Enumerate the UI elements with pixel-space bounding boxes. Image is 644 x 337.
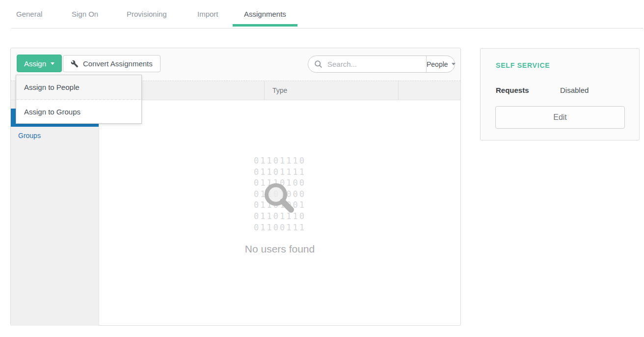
assign-dropdown-menu: Assign to People Assign to Groups xyxy=(16,75,142,124)
search-field-wrap xyxy=(308,56,426,72)
assignments-side-nav: Groups xyxy=(11,100,99,326)
sidebar-item-groups[interactable]: Groups xyxy=(11,127,99,145)
assignments-content: Groups 01101110 01101111 01110100 011010… xyxy=(11,100,460,326)
tab-general[interactable]: General xyxy=(16,10,42,18)
column-header-type[interactable]: Type xyxy=(264,81,398,100)
requests-row: Requests Disabled xyxy=(496,86,625,94)
assign-button-label: Assign xyxy=(24,59,46,68)
app-tab-bar: General Sign On Provisioning Import Assi… xyxy=(0,0,644,28)
convert-assignments-button[interactable]: Convert Assignments xyxy=(63,55,161,72)
binary-line: 01100111 xyxy=(99,222,460,233)
binary-line: 01101110 xyxy=(99,155,460,167)
tab-bar-divider xyxy=(11,28,643,28)
self-service-edit-button[interactable]: Edit xyxy=(495,106,625,129)
self-service-panel: SELF SERVICE Requests Disabled Edit xyxy=(480,48,640,140)
menu-item-assign-to-groups[interactable]: Assign to Groups xyxy=(16,99,141,123)
tab-sign-on[interactable]: Sign On xyxy=(72,10,98,18)
tab-provisioning[interactable]: Provisioning xyxy=(127,10,167,18)
wrench-icon xyxy=(71,60,79,68)
requests-status-value: Disabled xyxy=(560,86,589,94)
search-scope-select[interactable]: People xyxy=(426,56,456,72)
empty-state: 01101110 01101111 01110100 01101000 0110… xyxy=(99,100,460,326)
convert-assignments-label: Convert Assignments xyxy=(83,59,153,68)
search-scope-label: People xyxy=(427,60,448,68)
column-header-extra xyxy=(398,81,460,100)
tab-import[interactable]: Import xyxy=(197,10,218,18)
tab-assignments[interactable]: Assignments xyxy=(244,10,286,18)
menu-item-assign-to-people[interactable]: Assign to People xyxy=(16,75,141,99)
search-icon xyxy=(314,60,322,68)
self-service-title: SELF SERVICE xyxy=(496,61,550,69)
assign-button[interactable]: Assign xyxy=(17,55,62,72)
requests-label: Requests xyxy=(496,86,529,94)
binary-line: 01101111 xyxy=(99,167,460,178)
empty-state-message: No users found xyxy=(99,243,460,255)
chevron-down-icon xyxy=(452,63,456,65)
search-control: People xyxy=(308,56,455,73)
search-input[interactable] xyxy=(326,59,426,69)
chevron-down-icon xyxy=(51,62,54,65)
magnifier-icon xyxy=(261,179,298,219)
